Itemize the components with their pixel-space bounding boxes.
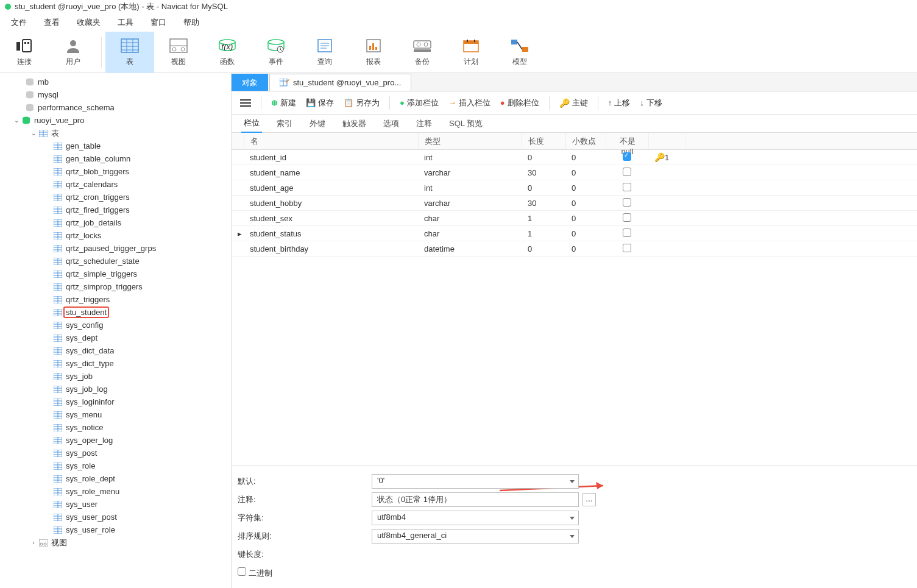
cell-length[interactable]: 0 — [522, 151, 565, 164]
tree-table-item[interactable]: gen_table_column — [0, 152, 231, 165]
toolbar-function[interactable]: f(x) 函数 — [203, 32, 252, 73]
toolbar-backup[interactable]: 备份 — [398, 32, 447, 73]
tree-table-item[interactable]: sys_role — [0, 459, 231, 472]
tree-table-item[interactable]: qrtz_triggers — [0, 293, 231, 306]
tree-tables-group[interactable]: ⌄表 — [0, 127, 231, 140]
delete-column-button[interactable]: ●删除栏位 — [497, 95, 543, 111]
cell-decimal[interactable]: 0 — [565, 166, 606, 179]
tree-table-item[interactable]: sys_oper_log — [0, 434, 231, 447]
move-up-button[interactable]: ↑上移 — [604, 95, 634, 111]
tree-table-item[interactable]: sys_user_post — [0, 511, 231, 523]
cell-length[interactable]: 30 — [522, 166, 565, 179]
header-decimal[interactable]: 小数点 — [566, 133, 606, 149]
cell-decimal[interactable]: 0 — [565, 243, 606, 255]
tree-table-item[interactable]: sys_job — [0, 370, 231, 383]
cell-notnull[interactable] — [606, 227, 648, 241]
toolbar-model[interactable]: 模型 — [495, 32, 544, 73]
cell-length[interactable]: 0 — [522, 182, 565, 194]
saveas-button[interactable]: 📋另存为 — [340, 95, 383, 111]
cell-name[interactable]: student_sex — [244, 212, 418, 225]
cell-key[interactable] — [648, 201, 685, 205]
cell-key[interactable] — [648, 171, 685, 174]
toolbar-query[interactable]: 查询 — [300, 32, 349, 73]
tree-table-item[interactable]: qrtz_paused_trigger_grps — [0, 242, 231, 255]
tree-table-item[interactable]: stu_student — [0, 306, 231, 319]
tree-table-item[interactable]: qrtz_simple_triggers — [0, 267, 231, 280]
toolbar-connect[interactable]: 连接 — [0, 32, 49, 73]
cell-type[interactable]: int — [418, 182, 522, 194]
subtab-sql-preview[interactable]: SQL 预览 — [447, 115, 485, 133]
tree-table-item[interactable]: qrtz_simprop_triggers — [0, 280, 231, 293]
table-row[interactable]: student_birthday datetime 0 0 — [232, 241, 917, 257]
insert-column-button[interactable]: →插入栏位 — [445, 95, 494, 111]
menu-window[interactable]: 窗口 — [150, 17, 166, 28]
cell-name[interactable]: student_birthday — [244, 243, 418, 255]
cell-decimal[interactable]: 0 — [565, 227, 606, 240]
menu-favorites[interactable]: 收藏夹 — [77, 17, 101, 28]
tree-table-item[interactable]: qrtz_job_details — [0, 216, 231, 229]
subtab-comment[interactable]: 注释 — [414, 115, 434, 133]
table-row[interactable]: student_sex char 1 0 — [232, 211, 917, 226]
cell-length[interactable]: 0 — [522, 243, 565, 255]
toolbar-plan[interactable]: 计划 — [447, 32, 495, 73]
tree-views-group[interactable]: ›视图 — [0, 536, 231, 549]
table-row[interactable]: student_age int 0 0 — [232, 180, 917, 196]
prop-binary[interactable]: 二进制 — [238, 567, 372, 579]
prop-collation-input[interactable]: utf8mb4_general_ci — [372, 529, 579, 544]
menu-file[interactable]: 文件 — [11, 17, 27, 28]
menu-tools[interactable]: 工具 — [118, 17, 133, 28]
menu-view[interactable]: 查看 — [44, 17, 60, 28]
ellipsis-button[interactable]: … — [582, 493, 596, 506]
tree-table-item[interactable]: qrtz_locks — [0, 229, 231, 242]
tree-table-item[interactable]: gen_table — [0, 140, 231, 152]
cell-name[interactable]: student_id — [244, 151, 418, 164]
tab-objects[interactable]: 对象 — [232, 74, 268, 91]
cell-notnull[interactable] — [606, 151, 648, 165]
cell-length[interactable]: 30 — [522, 197, 565, 210]
cell-key[interactable] — [648, 232, 685, 235]
tree-table-item[interactable]: qrtz_scheduler_state — [0, 255, 231, 267]
cell-type[interactable]: datetime — [418, 243, 522, 255]
toolbar-user[interactable]: 用户 — [49, 32, 97, 73]
tree-table-item[interactable]: sys_dict_type — [0, 357, 231, 370]
cell-notnull[interactable] — [606, 242, 648, 256]
prop-default-input[interactable]: '0' — [372, 474, 579, 489]
tree-table-item[interactable]: sys_menu — [0, 408, 231, 421]
sidebar-tree[interactable]: mbmysqlperformance_schema⌄ruoyi_vue_pro⌄… — [0, 73, 232, 588]
prop-comment-input[interactable]: 状态（0正常 1停用） — [372, 492, 579, 507]
tree-table-item[interactable]: sys_job_log — [0, 383, 231, 395]
cell-length[interactable]: 1 — [522, 212, 565, 225]
tree-table-item[interactable]: qrtz_calendars — [0, 178, 231, 191]
header-notnull[interactable]: 不是 null — [606, 133, 649, 149]
tree-table-item[interactable]: sys_user_role — [0, 523, 231, 536]
tree-table-item[interactable]: sys_dict_data — [0, 344, 231, 357]
cell-name[interactable]: student_status — [244, 227, 418, 240]
cell-decimal[interactable]: 0 — [565, 197, 606, 210]
tree-table-item[interactable]: qrtz_cron_triggers — [0, 191, 231, 204]
prop-charset-input[interactable]: utf8mb4 — [372, 511, 579, 525]
subtab-columns[interactable]: 栏位 — [241, 115, 262, 133]
cell-type[interactable]: char — [418, 227, 522, 240]
tree-database[interactable]: mb — [0, 76, 231, 88]
subtab-triggers[interactable]: 触发器 — [340, 115, 369, 133]
menu-help[interactable]: 帮助 — [183, 17, 199, 28]
cell-name[interactable]: student_age — [244, 182, 418, 194]
tree-table-item[interactable]: sys_role_menu — [0, 485, 231, 498]
primary-key-button[interactable]: 🔑主键 — [556, 95, 592, 111]
tab-table-editor[interactable]: stu_student @ruoyi_vue_pro... — [269, 74, 411, 91]
cell-key[interactable] — [648, 247, 685, 250]
tree-table-item[interactable]: qrtz_fired_triggers — [0, 204, 231, 216]
tree-table-item[interactable]: sys_role_dept — [0, 472, 231, 485]
tree-table-item[interactable]: sys_user — [0, 498, 231, 511]
cell-key[interactable] — [648, 216, 685, 220]
save-button[interactable]: 💾保存 — [302, 95, 338, 111]
header-name[interactable]: 名 — [244, 133, 419, 149]
cell-type[interactable]: char — [418, 212, 522, 225]
tree-database[interactable]: performance_schema — [0, 101, 231, 114]
tree-database[interactable]: mysql — [0, 88, 231, 101]
tree-table-item[interactable]: qrtz_blob_triggers — [0, 165, 231, 178]
tree-connection[interactable]: ⌄ruoyi_vue_pro — [0, 114, 231, 127]
move-down-button[interactable]: ↓下移 — [636, 95, 666, 111]
cell-length[interactable]: 1 — [522, 227, 565, 240]
cell-key[interactable]: 🔑1 — [648, 151, 685, 164]
